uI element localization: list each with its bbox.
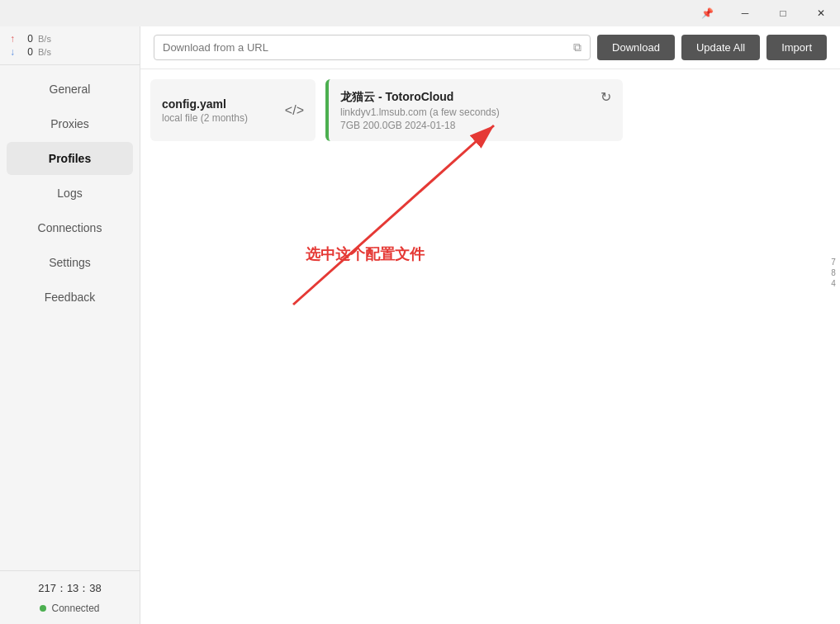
svg-line-1 xyxy=(293,125,494,305)
sidebar-item-feedback[interactable]: Feedback xyxy=(7,281,133,314)
close-button[interactable]: ✕ xyxy=(802,0,840,26)
pin-icon: 📌 xyxy=(701,7,714,19)
connection-status: Connected xyxy=(10,603,130,614)
upload-unit: B/s xyxy=(38,34,51,44)
minimize-icon: ─ xyxy=(742,7,749,19)
close-icon: ✕ xyxy=(817,7,825,19)
upload-stat: ↑ 0 B/s xyxy=(10,33,130,45)
remote-profile-url: linkdyv1.lmsub.com (a few seconds) xyxy=(340,106,611,118)
code-icon[interactable]: </> xyxy=(285,103,304,118)
local-profile-card[interactable]: config.yaml local file (2 months) </> xyxy=(150,79,316,141)
maximize-button[interactable]: □ xyxy=(764,0,802,26)
import-button[interactable]: Import xyxy=(766,35,827,60)
profiles-area: config.yaml local file (2 months) </> 龙猫… xyxy=(140,69,840,151)
sidebar-item-connections[interactable]: Connections xyxy=(7,211,133,244)
network-stats: ↑ 0 B/s ↓ 0 B/s xyxy=(0,26,140,65)
connected-dot-icon xyxy=(40,605,46,612)
sidebar-item-profiles[interactable]: Profiles xyxy=(7,142,133,175)
app-body: ↑ 0 B/s ↓ 0 B/s General Proxies Profiles… xyxy=(0,26,840,624)
upload-value: 0 xyxy=(20,33,33,45)
local-profile-info: config.yaml local file (2 months) xyxy=(162,97,277,124)
remote-profile-name: 龙猫云 - TotoroCloud xyxy=(340,90,453,105)
svg-text:选中这个配置文件: 选中这个配置文件 xyxy=(306,245,425,262)
copy-icon[interactable]: ⧉ xyxy=(573,40,581,54)
download-stat: ↓ 0 B/s xyxy=(10,46,130,58)
download-button[interactable]: Download xyxy=(597,35,675,60)
sidebar: ↑ 0 B/s ↓ 0 B/s General Proxies Profiles… xyxy=(0,26,140,624)
right-num-1: 7 xyxy=(831,258,836,267)
remote-profile-card[interactable]: 龙猫云 - TotoroCloud ↻ linkdyv1.lmsub.com (… xyxy=(325,79,623,141)
right-numbers: 7 8 4 xyxy=(827,258,840,288)
maximize-icon: □ xyxy=(780,7,785,19)
main-content: ⧉ Download Update All Import config.yaml… xyxy=(140,26,840,624)
minimize-button[interactable]: ─ xyxy=(726,0,764,26)
connected-label: Connected xyxy=(51,603,99,614)
sidebar-nav: General Proxies Profiles Logs Connection… xyxy=(0,65,140,570)
upload-arrow-icon: ↑ xyxy=(10,33,15,45)
remote-profile-meta: 7GB 200.0GB 2024-01-18 xyxy=(340,120,611,131)
download-value: 0 xyxy=(20,46,33,58)
time-display: 217：13：38 xyxy=(10,581,130,596)
download-unit: B/s xyxy=(38,47,51,57)
right-num-3: 4 xyxy=(831,279,836,288)
remote-profile-header: 龙猫云 - TotoroCloud ↻ xyxy=(340,89,611,105)
pin-button[interactable]: 📌 xyxy=(688,0,726,26)
url-input-wrap[interactable]: ⧉ xyxy=(154,35,591,60)
refresh-icon[interactable]: ↻ xyxy=(600,89,611,105)
right-num-2: 8 xyxy=(831,268,836,277)
download-arrow-icon: ↓ xyxy=(10,46,15,58)
titlebar: 📌 ─ □ ✕ xyxy=(0,0,840,26)
sidebar-item-proxies[interactable]: Proxies xyxy=(7,107,133,140)
sidebar-item-logs[interactable]: Logs xyxy=(7,177,133,210)
sidebar-item-settings[interactable]: Settings xyxy=(7,246,133,279)
local-profile-name: config.yaml xyxy=(162,97,277,111)
local-profile-sub: local file (2 months) xyxy=(162,112,277,124)
update-all-button[interactable]: Update All xyxy=(681,35,760,60)
sidebar-footer: 217：13：38 Connected xyxy=(0,570,140,624)
toolbar: ⧉ Download Update All Import xyxy=(140,26,840,69)
url-input[interactable] xyxy=(163,41,567,54)
sidebar-item-general[interactable]: General xyxy=(7,73,133,106)
